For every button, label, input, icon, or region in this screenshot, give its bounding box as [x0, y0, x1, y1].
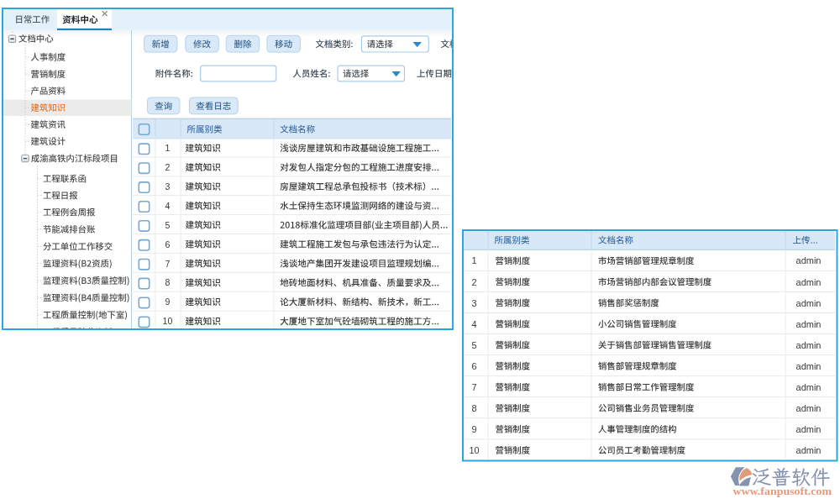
svg-text:3: 3	[165, 181, 171, 192]
svg-text:3: 3	[471, 298, 476, 308]
svg-text:7: 7	[471, 382, 476, 392]
svg-text:www.fanpusoft.com: www.fanpusoft.com	[733, 485, 832, 497]
svg-text:admin: admin	[796, 361, 822, 371]
svg-text:5: 5	[471, 340, 476, 350]
svg-text:2: 2	[471, 277, 476, 287]
svg-text:admin: admin	[796, 382, 822, 392]
svg-text:6: 6	[165, 239, 171, 249]
svg-text:8: 8	[471, 403, 476, 413]
svg-text:9: 9	[471, 424, 476, 434]
svg-text:admin: admin	[796, 445, 822, 455]
svg-text:admin: admin	[796, 277, 822, 287]
svg-text:admin: admin	[796, 424, 822, 434]
svg-text:admin: admin	[796, 403, 822, 413]
svg-text:2: 2	[165, 162, 171, 172]
svg-text:6: 6	[471, 361, 476, 371]
svg-text:1: 1	[471, 255, 476, 265]
svg-text:4: 4	[471, 319, 476, 329]
svg-text:10: 10	[163, 316, 173, 326]
svg-text:9: 9	[165, 297, 171, 307]
svg-text:8: 8	[165, 277, 171, 287]
svg-text:1: 1	[165, 143, 171, 153]
svg-text:admin: admin	[796, 298, 822, 308]
svg-text:admin: admin	[796, 255, 822, 265]
svg-text:admin: admin	[796, 319, 822, 329]
svg-text:4: 4	[165, 201, 171, 211]
svg-text:admin: admin	[796, 340, 822, 350]
svg-text:7: 7	[165, 259, 171, 269]
svg-text:10: 10	[469, 445, 479, 455]
svg-text:5: 5	[165, 220, 171, 230]
